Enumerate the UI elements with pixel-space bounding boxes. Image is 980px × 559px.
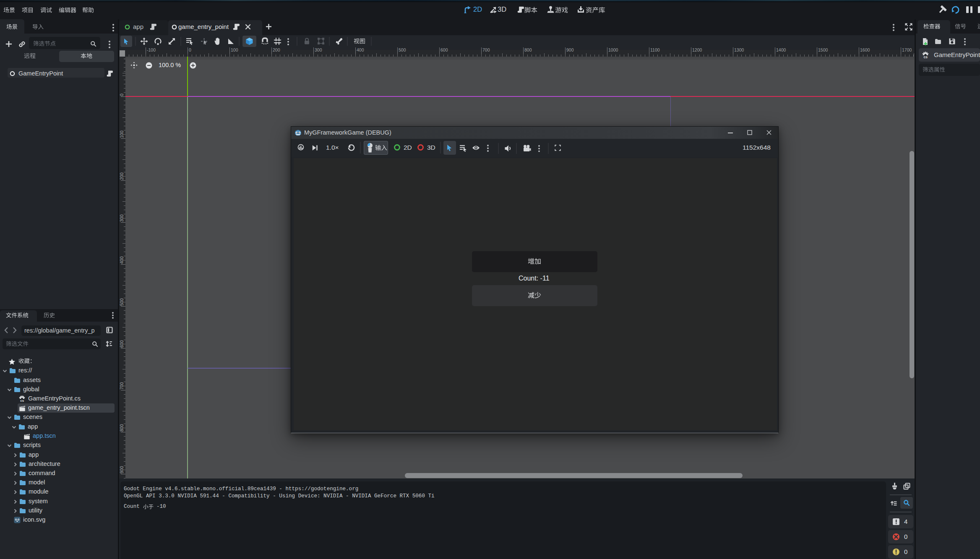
svg-text:cs: cs	[923, 55, 928, 58]
svg-text:cs: cs	[20, 399, 24, 402]
